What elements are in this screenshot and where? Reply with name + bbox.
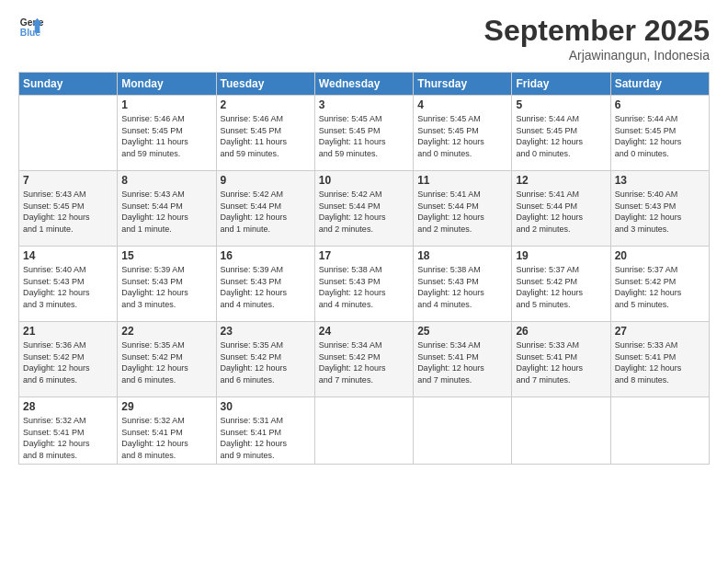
table-row: 23Sunrise: 5:35 AM Sunset: 5:42 PM Dayli… [216, 322, 314, 397]
month-title: September 2025 [484, 14, 710, 48]
col-sunday: Sunday [19, 73, 118, 96]
table-row [19, 96, 118, 171]
day-info: Sunrise: 5:46 AM Sunset: 5:45 PM Dayligh… [121, 113, 211, 159]
table-row: 27Sunrise: 5:33 AM Sunset: 5:41 PM Dayli… [610, 322, 709, 397]
col-thursday: Thursday [414, 73, 512, 96]
day-info: Sunrise: 5:37 AM Sunset: 5:42 PM Dayligh… [615, 264, 705, 310]
table-row: 26Sunrise: 5:33 AM Sunset: 5:41 PM Dayli… [512, 322, 610, 397]
day-number: 14 [23, 249, 113, 262]
col-monday: Monday [118, 73, 216, 96]
page: General Blue September 2025 Arjawinangun… [0, 0, 728, 563]
day-info: Sunrise: 5:43 AM Sunset: 5:44 PM Dayligh… [121, 189, 211, 235]
table-row: 20Sunrise: 5:37 AM Sunset: 5:42 PM Dayli… [610, 247, 709, 322]
header: General Blue September 2025 Arjawinangun… [18, 14, 710, 63]
day-number: 28 [23, 400, 113, 413]
day-number: 29 [121, 400, 211, 413]
day-info: Sunrise: 5:40 AM Sunset: 5:43 PM Dayligh… [23, 264, 113, 310]
table-row: 6Sunrise: 5:44 AM Sunset: 5:45 PM Daylig… [610, 96, 709, 171]
table-row: 25Sunrise: 5:34 AM Sunset: 5:41 PM Dayli… [414, 322, 512, 397]
day-info: Sunrise: 5:41 AM Sunset: 5:44 PM Dayligh… [417, 189, 507, 235]
table-row: 3Sunrise: 5:45 AM Sunset: 5:45 PM Daylig… [314, 96, 413, 171]
table-row: 2Sunrise: 5:46 AM Sunset: 5:45 PM Daylig… [216, 96, 314, 171]
table-row: 4Sunrise: 5:45 AM Sunset: 5:45 PM Daylig… [414, 96, 512, 171]
day-number: 1 [121, 98, 211, 111]
day-info: Sunrise: 5:44 AM Sunset: 5:45 PM Dayligh… [615, 113, 705, 159]
table-row: 18Sunrise: 5:38 AM Sunset: 5:43 PM Dayli… [414, 247, 512, 322]
table-row: 13Sunrise: 5:40 AM Sunset: 5:43 PM Dayli… [610, 171, 709, 247]
day-number: 27 [615, 325, 705, 338]
col-friday: Friday [512, 73, 610, 96]
day-info: Sunrise: 5:43 AM Sunset: 5:45 PM Dayligh… [23, 189, 113, 235]
day-number: 23 [221, 325, 311, 338]
day-number: 17 [319, 249, 409, 262]
day-info: Sunrise: 5:45 AM Sunset: 5:45 PM Dayligh… [417, 113, 507, 159]
day-number: 10 [319, 174, 409, 187]
day-info: Sunrise: 5:33 AM Sunset: 5:41 PM Dayligh… [516, 339, 606, 385]
table-row [414, 397, 512, 465]
day-number: 18 [417, 249, 507, 262]
table-row: 29Sunrise: 5:32 AM Sunset: 5:41 PM Dayli… [118, 397, 216, 465]
day-number: 21 [23, 325, 113, 338]
day-number: 15 [121, 249, 211, 262]
day-number: 25 [417, 325, 507, 338]
day-number: 12 [516, 174, 606, 187]
day-info: Sunrise: 5:42 AM Sunset: 5:44 PM Dayligh… [319, 189, 409, 235]
day-info: Sunrise: 5:34 AM Sunset: 5:42 PM Dayligh… [319, 339, 409, 385]
day-info: Sunrise: 5:42 AM Sunset: 5:44 PM Dayligh… [221, 189, 311, 235]
day-number: 22 [121, 325, 211, 338]
day-number: 13 [615, 174, 705, 187]
logo: General Blue [18, 14, 44, 40]
day-number: 30 [221, 400, 311, 413]
table-row: 21Sunrise: 5:36 AM Sunset: 5:42 PM Dayli… [19, 322, 118, 397]
day-info: Sunrise: 5:36 AM Sunset: 5:42 PM Dayligh… [23, 339, 113, 385]
day-number: 19 [516, 249, 606, 262]
calendar: Sunday Monday Tuesday Wednesday Thursday… [18, 72, 710, 465]
day-info: Sunrise: 5:31 AM Sunset: 5:41 PM Dayligh… [221, 415, 311, 461]
day-number: 20 [615, 249, 705, 262]
subtitle: Arjawinangun, Indonesia [484, 48, 710, 63]
day-number: 5 [516, 98, 606, 111]
day-info: Sunrise: 5:35 AM Sunset: 5:42 PM Dayligh… [221, 339, 311, 385]
day-number: 11 [417, 174, 507, 187]
day-number: 24 [319, 325, 409, 338]
day-info: Sunrise: 5:39 AM Sunset: 5:43 PM Dayligh… [221, 264, 311, 310]
table-row: 10Sunrise: 5:42 AM Sunset: 5:44 PM Dayli… [314, 171, 413, 247]
day-info: Sunrise: 5:45 AM Sunset: 5:45 PM Dayligh… [319, 113, 409, 159]
day-number: 16 [221, 249, 311, 262]
logo-icon: General Blue [18, 14, 44, 40]
table-row: 5Sunrise: 5:44 AM Sunset: 5:45 PM Daylig… [512, 96, 610, 171]
day-info: Sunrise: 5:38 AM Sunset: 5:43 PM Dayligh… [417, 264, 507, 310]
day-number: 4 [417, 98, 507, 111]
day-info: Sunrise: 5:46 AM Sunset: 5:45 PM Dayligh… [221, 113, 311, 159]
day-number: 6 [615, 98, 705, 111]
table-row: 8Sunrise: 5:43 AM Sunset: 5:44 PM Daylig… [118, 171, 216, 247]
day-info: Sunrise: 5:39 AM Sunset: 5:43 PM Dayligh… [121, 264, 211, 310]
table-row: 1Sunrise: 5:46 AM Sunset: 5:45 PM Daylig… [118, 96, 216, 171]
col-saturday: Saturday [610, 73, 709, 96]
day-info: Sunrise: 5:38 AM Sunset: 5:43 PM Dayligh… [319, 264, 409, 310]
table-row: 15Sunrise: 5:39 AM Sunset: 5:43 PM Dayli… [118, 247, 216, 322]
table-row: 9Sunrise: 5:42 AM Sunset: 5:44 PM Daylig… [216, 171, 314, 247]
table-row: 7Sunrise: 5:43 AM Sunset: 5:45 PM Daylig… [19, 171, 118, 247]
day-number: 7 [23, 174, 113, 187]
table-row [512, 397, 610, 465]
day-number: 8 [121, 174, 211, 187]
day-info: Sunrise: 5:44 AM Sunset: 5:45 PM Dayligh… [516, 113, 606, 159]
table-row: 17Sunrise: 5:38 AM Sunset: 5:43 PM Dayli… [314, 247, 413, 322]
day-info: Sunrise: 5:41 AM Sunset: 5:44 PM Dayligh… [516, 189, 606, 235]
table-row: 19Sunrise: 5:37 AM Sunset: 5:42 PM Dayli… [512, 247, 610, 322]
day-number: 3 [319, 98, 409, 111]
table-row: 12Sunrise: 5:41 AM Sunset: 5:44 PM Dayli… [512, 171, 610, 247]
table-row: 28Sunrise: 5:32 AM Sunset: 5:41 PM Dayli… [19, 397, 118, 465]
table-row: 24Sunrise: 5:34 AM Sunset: 5:42 PM Dayli… [314, 322, 413, 397]
day-number: 2 [221, 98, 311, 111]
day-info: Sunrise: 5:32 AM Sunset: 5:41 PM Dayligh… [23, 415, 113, 461]
day-info: Sunrise: 5:35 AM Sunset: 5:42 PM Dayligh… [121, 339, 211, 385]
table-row: 11Sunrise: 5:41 AM Sunset: 5:44 PM Dayli… [414, 171, 512, 247]
table-row: 14Sunrise: 5:40 AM Sunset: 5:43 PM Dayli… [19, 247, 118, 322]
table-row: 16Sunrise: 5:39 AM Sunset: 5:43 PM Dayli… [216, 247, 314, 322]
table-row [610, 397, 709, 465]
day-info: Sunrise: 5:37 AM Sunset: 5:42 PM Dayligh… [516, 264, 606, 310]
day-info: Sunrise: 5:32 AM Sunset: 5:41 PM Dayligh… [121, 415, 211, 461]
day-number: 9 [221, 174, 311, 187]
